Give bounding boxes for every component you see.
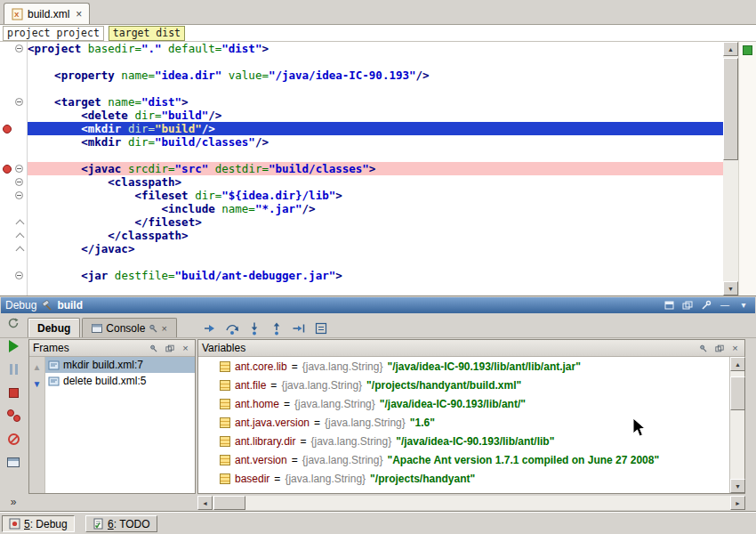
fold-marker-icon[interactable]	[15, 98, 23, 106]
pin-icon[interactable]	[148, 343, 159, 354]
breakpoint-icon[interactable]	[3, 165, 12, 174]
code-area[interactable]: <project basedir="." default="dist"> <pr…	[28, 42, 723, 295]
code-line[interactable]: <delete dir="build"/>	[28, 109, 723, 122]
close-panel-icon[interactable]: ×	[180, 343, 191, 354]
rerun-button[interactable]	[6, 316, 20, 330]
more-options-chevron[interactable]: »	[11, 496, 17, 508]
variables-horizontal-scrollbar[interactable]: ◄ ►	[197, 496, 745, 510]
debug-title-bar[interactable]: Debug build — ▾	[1, 297, 755, 313]
previous-frame-button[interactable]: ▲	[33, 362, 42, 372]
breakpoint-icon[interactable]	[3, 125, 12, 134]
pin-icon[interactable]	[697, 343, 709, 354]
settings-wrench-icon[interactable]	[699, 299, 713, 312]
pin-icon[interactable]	[149, 324, 157, 333]
minimize-icon[interactable]: —	[718, 299, 732, 312]
evaluate-expression-button[interactable]	[313, 320, 329, 336]
step-over-button[interactable]	[224, 320, 240, 336]
code-editor[interactable]: <project basedir="." default="dist"> <pr…	[0, 42, 756, 295]
resume-button[interactable]	[6, 339, 20, 353]
frame-list-item[interactable]: delete build.xml:5	[45, 373, 195, 389]
variable-row[interactable]: ant.core.lib = {java.lang.String} "/java…	[198, 357, 729, 376]
variable-row[interactable]: ant.java.version = {java.lang.String} "1…	[198, 413, 729, 432]
variable-row[interactable]: ant.library.dir = {java.lang.String} "/j…	[198, 432, 729, 450]
ant-property-icon	[220, 455, 230, 465]
pause-button[interactable]	[6, 362, 20, 376]
variable-row[interactable]: basedir = {java.lang.String} "/projects/…	[198, 469, 729, 488]
fold-marker-icon[interactable]	[15, 191, 23, 199]
code-line[interactable]: <javac srcdir="src" destdir="build/class…	[28, 162, 723, 175]
code-line[interactable]: <include name="*.jar"/>	[28, 202, 723, 215]
variables-list[interactable]: ant.core.lib = {java.lang.String} "/java…	[198, 357, 729, 493]
fold-end-icon[interactable]	[16, 220, 25, 229]
code-line[interactable]: </javac>	[28, 242, 723, 255]
horizontal-scrollbar-thumb[interactable]	[213, 496, 245, 510]
float-window-icon[interactable]	[164, 343, 175, 354]
tab-debugger[interactable]: Debug	[28, 318, 80, 337]
scroll-down-icon[interactable]: ▼	[730, 479, 745, 493]
tab-console[interactable]: Console ×	[82, 318, 176, 337]
editor-vertical-scrollbar[interactable]: ▲ ▼	[723, 42, 738, 295]
code-line[interactable]	[28, 82, 723, 95]
code-line[interactable]: <jar destfile="build/ant-debugger.jar">	[28, 269, 723, 282]
variable-row[interactable]: ant.version = {java.lang.String} "Apache…	[198, 450, 729, 469]
float-window-icon[interactable]	[713, 343, 725, 354]
code-token: dir=	[121, 135, 155, 149]
code-line[interactable]: <fileset dir="${idea.dir}/lib">	[28, 189, 723, 202]
close-console-icon[interactable]: ×	[161, 323, 166, 334]
breadcrumb-project[interactable]: project project	[3, 26, 104, 41]
frames-list[interactable]: mkdir build.xml:7delete build.xml:5	[45, 357, 195, 493]
error-stripe-ok-mark[interactable]	[743, 45, 752, 55]
close-panel-icon[interactable]: ×	[729, 343, 741, 354]
show-execution-point-button[interactable]	[202, 320, 218, 336]
dock-window-icon[interactable]	[662, 299, 676, 312]
fold-marker-icon[interactable]	[15, 44, 23, 53]
variables-scrollbar-thumb[interactable]	[730, 376, 745, 410]
mute-breakpoints-button[interactable]	[6, 432, 20, 446]
editor-gutter[interactable]	[0, 42, 28, 295]
code-line[interactable]: <property name="idea.dir" value="/java/i…	[28, 69, 723, 82]
scroll-down-icon[interactable]: ▼	[723, 281, 738, 295]
run-to-cursor-button[interactable]	[291, 320, 307, 336]
ant-build-icon	[41, 300, 52, 312]
variables-vertical-scrollbar[interactable]: ▲ ▼	[729, 357, 744, 493]
frame-list-item[interactable]: mkdir build.xml:7	[45, 357, 195, 373]
code-line[interactable]	[28, 149, 723, 162]
view-breakpoints-button[interactable]	[6, 409, 20, 423]
scroll-right-icon[interactable]: ►	[730, 496, 745, 510]
float-window-icon[interactable]	[680, 299, 695, 312]
toolwindow-button-todo[interactable]: 6: TODO	[85, 515, 157, 532]
scroll-up-icon[interactable]: ▲	[723, 42, 738, 56]
code-line[interactable]: <classpath>	[28, 175, 723, 189]
hide-window-icon[interactable]: ▾	[736, 299, 751, 312]
fold-marker-icon[interactable]	[15, 271, 23, 279]
next-frame-button[interactable]: ▼	[33, 379, 42, 389]
close-tab-icon[interactable]: ×	[76, 9, 82, 20]
code-line[interactable]	[28, 255, 723, 269]
debug-session-name: build	[57, 299, 83, 312]
code-line[interactable]: <mkdir dir="build/classes"/>	[28, 135, 723, 149]
step-into-button[interactable]	[246, 320, 262, 336]
scroll-left-icon[interactable]: ◄	[197, 496, 213, 510]
editor-scrollbar-thumb[interactable]	[723, 58, 738, 160]
step-out-button[interactable]	[269, 320, 285, 336]
fold-marker-icon[interactable]	[15, 178, 23, 186]
scroll-up-icon[interactable]: ▲	[730, 357, 745, 371]
code-line[interactable]: <target name="dist">	[28, 95, 723, 109]
stop-button[interactable]	[6, 385, 20, 400]
variable-row[interactable]: ant.home = {java.lang.String} "/java/ide…	[198, 394, 729, 413]
fold-end-icon[interactable]	[16, 233, 25, 242]
variable-row[interactable]: ant.file = {java.lang.String} "/projects…	[198, 376, 729, 394]
fold-end-icon[interactable]	[16, 247, 25, 255]
toolwindow-button-debug[interactable]: 5: Debug	[2, 515, 75, 532]
restore-layout-button[interactable]	[6, 455, 20, 469]
fold-marker-icon[interactable]	[15, 165, 23, 173]
variable-value: "/java/idea-IC-90.193/lib/ant/"	[380, 398, 526, 410]
error-stripe[interactable]	[738, 42, 756, 295]
editor-tab-buildxml[interactable]: X build.xml ×	[4, 3, 90, 24]
code-line[interactable]: </fileset>	[28, 215, 723, 229]
code-line[interactable]: </classpath>	[28, 229, 723, 242]
code-line[interactable]	[28, 55, 723, 69]
breadcrumb-target-dist[interactable]: target dist	[109, 26, 185, 41]
code-line[interactable]: <project basedir="." default="dist">	[28, 42, 723, 55]
code-line[interactable]: <mkdir dir="build"/>	[28, 122, 723, 135]
